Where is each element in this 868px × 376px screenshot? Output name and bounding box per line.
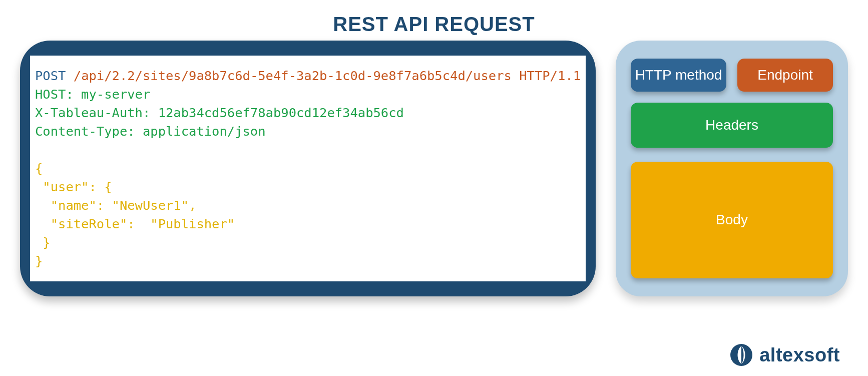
code-method: POST — [35, 68, 66, 83]
page-title: REST API REQUEST — [0, 0, 868, 41]
code-panel: POST /api/2.2/sites/9a8b7c6d-5e4f-3a2b-1… — [20, 41, 596, 296]
content-row: POST /api/2.2/sites/9a8b7c6d-5e4f-3a2b-1… — [0, 41, 868, 296]
brand-text: altexsoft — [759, 344, 840, 366]
legend-chip-headers: Headers — [631, 103, 833, 148]
legend-chip-endpoint: Endpoint — [737, 59, 833, 92]
code-body: { "user": { "name": "NewUser1", "siteRol… — [35, 161, 235, 268]
code-block: POST /api/2.2/sites/9a8b7c6d-5e4f-3a2b-1… — [30, 56, 586, 281]
code-endpoint: /api/2.2/sites/9a8b7c6d-5e4f-3a2b-1c0d-9… — [74, 68, 581, 83]
code-headers: HOST: my-server X-Tableau-Auth: 12ab34cd… — [35, 87, 404, 139]
legend-row-1: HTTP method Endpoint — [631, 59, 833, 92]
brand: altexsoft — [729, 343, 840, 367]
legend-chip-method: HTTP method — [631, 59, 726, 92]
legend-chip-body: Body — [631, 162, 833, 278]
legend-panel: HTTP method Endpoint Headers Body — [616, 41, 848, 296]
brand-logo-icon — [729, 343, 753, 367]
